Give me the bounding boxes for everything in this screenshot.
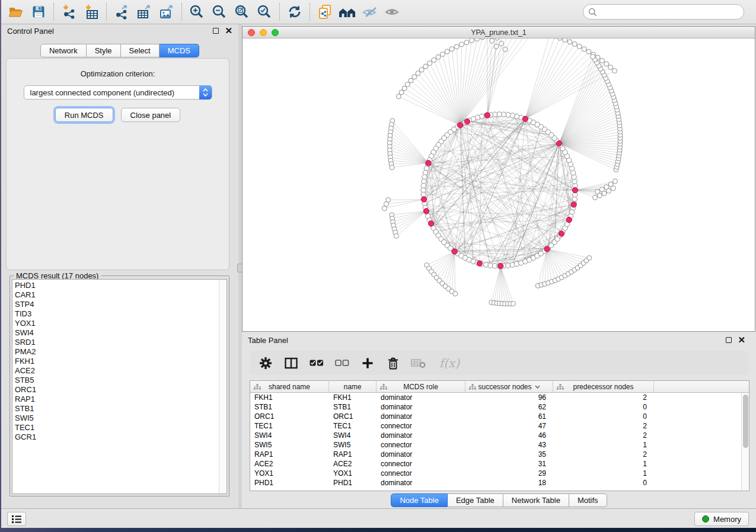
mcds-result-item[interactable]: TEC1 — [15, 423, 219, 432]
table-row[interactable]: TEC1TEC1connector472 — [250, 421, 741, 431]
mcds-result-item[interactable]: SWI5 — [15, 414, 219, 423]
save-session-button[interactable] — [27, 2, 50, 22]
network-node[interactable] — [449, 47, 454, 52]
mcds-result-item[interactable]: TID3 — [15, 309, 219, 319]
mcds-result-item[interactable]: SWI4 — [15, 328, 219, 338]
network-node[interactable] — [436, 55, 441, 59]
mcds-result-item[interactable]: ORC1 — [15, 385, 219, 395]
network-graph[interactable] — [243, 39, 755, 331]
float-panel-icon[interactable] — [213, 28, 219, 34]
network-node[interactable] — [587, 255, 592, 260]
table-scrollbar[interactable] — [741, 393, 749, 491]
mcds-result-item[interactable]: FKH1 — [15, 357, 219, 366]
mcds-dominator-node[interactable] — [566, 217, 572, 222]
network-node[interactable] — [593, 195, 598, 200]
mcds-result-item[interactable]: STB5 — [15, 376, 219, 385]
export-image-button[interactable] — [155, 2, 178, 22]
column-header-name[interactable]: name — [329, 381, 377, 392]
network-node[interactable] — [494, 44, 499, 49]
task-history-button[interactable] — [7, 512, 26, 526]
table-row[interactable]: SWI4SWI4dominator462 — [250, 431, 741, 440]
network-node[interactable] — [460, 42, 464, 47]
table-row[interactable]: ORC1ORC1dominator610 — [250, 412, 741, 421]
mcds-dominator-node[interactable] — [426, 161, 431, 166]
mcds-dominator-node[interactable] — [484, 113, 490, 118]
memory-button[interactable]: Memory — [694, 512, 749, 526]
network-node[interactable] — [613, 179, 617, 184]
network-node[interactable] — [499, 41, 503, 46]
network-node[interactable] — [394, 233, 398, 238]
network-node[interactable] — [495, 39, 499, 40]
mcds-dominator-node[interactable] — [428, 221, 433, 226]
mcds-dominator-node[interactable] — [498, 263, 503, 268]
select-all-button[interactable] — [309, 355, 324, 371]
mcds-result-item[interactable]: RAP1 — [15, 395, 219, 404]
refresh-layout-button[interactable] — [283, 2, 306, 22]
network-node[interactable] — [428, 61, 432, 66]
import-network-button[interactable] — [58, 2, 80, 22]
hide-selected-button[interactable] — [359, 2, 381, 22]
mcds-dominator-node[interactable] — [571, 202, 576, 207]
close-panel-icon[interactable]: ✕ — [225, 28, 232, 34]
table-scrollbar-thumb[interactable] — [743, 395, 748, 448]
mcds-result-item[interactable]: STP4 — [15, 300, 219, 309]
mcds-dominator-node[interactable] — [572, 187, 578, 193]
table-row[interactable]: ACE2ACE2connector311 — [250, 459, 741, 469]
mcds-dominator-node[interactable] — [556, 141, 562, 146]
apply-function-button[interactable]: f(x) — [436, 355, 462, 371]
network-node[interactable] — [441, 52, 445, 57]
delete-row-button[interactable] — [385, 355, 401, 371]
mcds-dominator-node[interactable] — [457, 123, 462, 128]
network-node[interactable] — [567, 40, 572, 44]
network-node[interactable] — [470, 39, 474, 43]
mcds-result-item[interactable]: ACE2 — [15, 366, 219, 376]
tab-motifs[interactable]: Motifs — [569, 493, 607, 507]
mcds-result-scrollbar[interactable] — [219, 280, 227, 493]
table-row[interactable]: STB1STB1dominator620 — [250, 402, 741, 412]
mcds-dominator-node[interactable] — [477, 261, 482, 266]
network-node[interactable] — [480, 39, 484, 40]
mcds-dominator-node[interactable] — [421, 197, 426, 202]
network-node[interactable] — [607, 188, 611, 193]
tab-mcds[interactable]: MCDS — [160, 44, 199, 57]
delete-table-button[interactable] — [411, 355, 426, 371]
first-neighbors-button[interactable] — [336, 2, 359, 22]
table-row[interactable]: RAP1RAP1dominator352 — [250, 450, 741, 459]
add-row-button[interactable] — [360, 355, 375, 371]
network-node[interactable] — [412, 75, 417, 79]
table-settings-button[interactable] — [258, 355, 273, 371]
network-node[interactable] — [382, 206, 387, 211]
clone-network-button[interactable] — [314, 2, 336, 22]
table-row[interactable]: FKH1FKH1dominator962 — [250, 393, 741, 402]
import-table-button[interactable] — [80, 2, 103, 22]
zoom-out-button[interactable] — [208, 2, 231, 22]
mcds-result-item[interactable]: YOX1 — [15, 319, 219, 328]
column-header-shared-name[interactable]: shared name — [250, 381, 329, 392]
network-node[interactable] — [557, 39, 562, 40]
mcds-dominator-node[interactable] — [559, 231, 564, 236]
zoom-selected-button[interactable] — [253, 2, 276, 22]
network-node[interactable] — [599, 58, 604, 63]
network-node[interactable] — [409, 78, 413, 83]
tab-edge-table[interactable]: Edge Table — [448, 493, 503, 507]
mcds-result-item[interactable]: SRD1 — [15, 338, 219, 347]
column-header-mcds-role[interactable]: MCDS role — [377, 381, 465, 392]
network-window-titlebar[interactable]: YPA_prune.txt_1 — [243, 27, 755, 39]
network-node[interactable] — [611, 186, 615, 191]
table-row[interactable]: PHD1PHD1dominator180 — [250, 478, 741, 488]
export-table-button[interactable] — [133, 2, 155, 22]
network-node[interactable] — [597, 193, 602, 198]
network-node[interactable] — [613, 69, 617, 73]
mcds-dominator-node[interactable] — [544, 246, 550, 252]
network-node[interactable] — [563, 39, 567, 42]
mcds-dominator-node[interactable] — [522, 116, 528, 121]
network-node[interactable] — [572, 41, 577, 46]
network-node[interactable] — [591, 55, 595, 59]
mcds-result-item[interactable]: STB1 — [15, 404, 219, 414]
network-node[interactable] — [445, 49, 449, 54]
close-table-panel-icon[interactable]: ✕ — [738, 337, 745, 343]
network-node[interactable] — [416, 71, 420, 76]
network-node[interactable] — [432, 57, 436, 62]
tab-node-table[interactable]: Node Table — [391, 493, 448, 507]
zoom-in-button[interactable] — [186, 2, 208, 22]
